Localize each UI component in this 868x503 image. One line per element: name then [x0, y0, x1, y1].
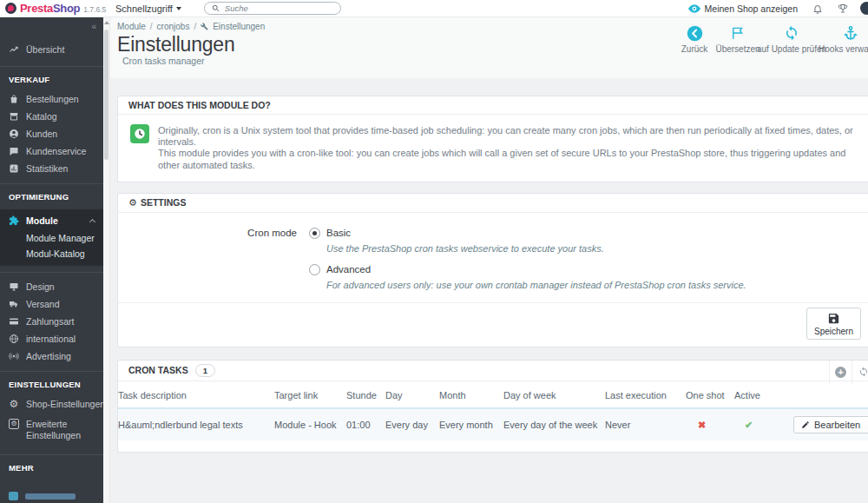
table-header-row: Task description Target link Stunde Day …	[118, 381, 868, 408]
settings-panel-title: SETTINGS	[141, 197, 187, 208]
brand-shop: Shop	[53, 2, 80, 15]
cell-month: Every month	[439, 408, 503, 440]
add-task-button[interactable]: +	[829, 361, 852, 384]
sidebar-collapse-button[interactable]: «	[0, 17, 103, 31]
cron-mode-advanced-option[interactable]: Advanced	[309, 264, 746, 275]
store-icon	[9, 111, 19, 122]
chat-bubble-icon	[9, 146, 19, 156]
module-info-body: Originally, cron is a Unix system tool t…	[118, 115, 868, 182]
divider	[0, 272, 103, 273]
circle-arrow-left-icon	[687, 24, 703, 42]
module-info-panel: WHAT DOES THIS MODULE DO? Originally, cr…	[117, 96, 868, 182]
sidebar-item-katalog[interactable]: Katalog	[0, 108, 103, 125]
search-box[interactable]	[204, 2, 341, 15]
cell-active: ✔	[734, 408, 793, 440]
pencil-icon	[801, 420, 810, 429]
cron-mode-options: Basic Use the PrestaShop cron tasks webs…	[309, 228, 746, 290]
sidebar-item-label: Übersicht	[26, 44, 64, 55]
sidebar-item-label: Kundenservice	[26, 146, 86, 156]
sidebar-item-erweiterte-einstellungen[interactable]: ⚙ Erweiterte Einstellungen	[0, 416, 103, 444]
sidebar-item-partial[interactable]	[0, 487, 103, 503]
flag-icon	[730, 24, 746, 42]
user-avatar[interactable]	[860, 2, 868, 15]
back-button[interactable]: Zurück	[673, 24, 716, 54]
radio-basic[interactable]	[309, 228, 320, 239]
sidebar-item-label: Versand	[26, 299, 60, 309]
cell-actions: Bearbeiten	[793, 408, 868, 440]
version-label: 1.7.6.5	[83, 5, 106, 14]
sidebar-item-bestellungen[interactable]: Bestellungen	[0, 90, 103, 108]
cron-mode-basic-option[interactable]: Basic	[309, 228, 746, 239]
edit-button[interactable]: Bearbeiten	[793, 416, 868, 434]
sidebar-item-label: international	[26, 334, 76, 344]
search-input[interactable]	[225, 3, 333, 13]
sidebar-item-versand[interactable]: Versand	[0, 295, 103, 313]
sidebar-item-kundenservice[interactable]: Kundenservice	[0, 142, 103, 160]
save-button[interactable]: Speichern	[806, 308, 861, 340]
topbar: PrestaShop 1.7.6.5 Schnellzugriff Meinen…	[0, 0, 868, 17]
sidebar-item-statistiken[interactable]: Statistiken	[0, 160, 103, 177]
bar-chart-icon	[9, 163, 19, 174]
quick-access-dropdown[interactable]: Schnellzugriff	[115, 3, 181, 14]
sidebar-item-kunden[interactable]: Kunden	[0, 125, 103, 142]
sidebar-item-module[interactable]: Module	[0, 211, 103, 230]
col-actions	[793, 381, 868, 408]
brand-presta: Presta	[20, 2, 53, 15]
panel-tools: +	[829, 361, 868, 384]
check-icon: ✔	[734, 420, 753, 430]
module-info-line2: This module provides you with a cron-lik…	[158, 148, 862, 170]
cron-tasks-table: Task description Target link Stunde Day …	[118, 381, 868, 440]
prestashop-logo[interactable]: PrestaShop 1.7.6.5	[0, 2, 115, 15]
cron-tasks-title: CRON TASKS	[128, 365, 188, 375]
module-info-panel-title: WHAT DOES THIS MODULE DO?	[118, 96, 868, 115]
sidebar-item-shop-einstellungen[interactable]: ⚙ Shop-Einstellungen	[0, 395, 103, 413]
view-shop-link[interactable]: Meinen Shop anzeigen	[688, 3, 798, 14]
panel-bottom-padding	[118, 440, 868, 452]
col-task-description: Task description	[118, 381, 274, 408]
col-day: Day	[385, 381, 439, 408]
truck-icon	[9, 299, 19, 309]
sidebar-item-zahlungsart[interactable]: Zahlungsart	[0, 313, 103, 330]
cron-mode-label: Cron mode	[118, 228, 309, 290]
cron-tasks-panel: CRON TASKS 1 + Task description Target l…	[117, 360, 868, 453]
radio-advanced-label: Advanced	[326, 264, 371, 275]
broadcast-icon	[9, 351, 19, 361]
sidebar-item-design[interactable]: Design	[0, 278, 103, 295]
col-month: Month	[439, 381, 503, 408]
refresh-list-button[interactable]	[852, 361, 868, 384]
sidebar-item-international[interactable]: international	[0, 330, 103, 347]
search-icon	[212, 4, 220, 12]
sidebar-item-label: Module	[26, 215, 58, 226]
sidebar-item-advertising[interactable]: Advertising	[0, 347, 103, 365]
settings-panel-header: ⚙ SETTINGS	[118, 194, 868, 213]
sidebar-nav: « Übersicht VERKAUF Bestellungen Katalog…	[0, 17, 103, 503]
cell-day-of-week: Every day of the week	[503, 408, 605, 440]
monitor-icon	[9, 281, 19, 292]
sidebar-scrollbar[interactable]	[103, 17, 110, 503]
plus-icon: +	[835, 367, 846, 378]
settings-panel: ⚙ SETTINGS Cron mode Basic Use the Prest…	[117, 193, 868, 347]
cron-mode-row: Cron mode Basic Use the PrestaShop cron …	[118, 213, 868, 290]
notifications-bell-button[interactable]	[812, 3, 823, 14]
sidebar-item-label: Zahlungsart	[26, 316, 74, 327]
cell-one-shot: ✖	[686, 408, 734, 440]
save-button-label: Speichern	[814, 327, 853, 336]
col-target-link: Target link	[274, 381, 346, 408]
prestashop-logo-icon	[5, 3, 16, 14]
sidebar-item-label: Statistiken	[26, 163, 68, 174]
customer-person-icon	[9, 129, 19, 139]
puzzle-icon	[9, 215, 19, 226]
sidebar-subitem-modul-katalog[interactable]: Modul-Katalog	[0, 246, 103, 261]
refresh-icon	[784, 24, 799, 42]
sidebar-subitem-module-manager[interactable]: Module Manager	[0, 230, 103, 246]
manage-hooks-button[interactable]: Hooks verwalten	[803, 24, 868, 54]
sidebar-item-label: Katalog	[26, 111, 57, 122]
gamification-trophy-button[interactable]	[838, 3, 848, 14]
scrollbar-thumb[interactable]	[104, 30, 108, 160]
radio-advanced[interactable]	[309, 264, 320, 275]
sidebar-item-uebersicht[interactable]: Übersicht	[0, 39, 103, 60]
sidebar-item-label: Design	[26, 281, 55, 292]
view-shop-label: Meinen Shop anzeigen	[705, 3, 798, 14]
sidebar-section-verkauf: VERKAUF	[0, 67, 103, 90]
sidebar-item-label: Erweiterte Einstellungen	[26, 419, 87, 441]
